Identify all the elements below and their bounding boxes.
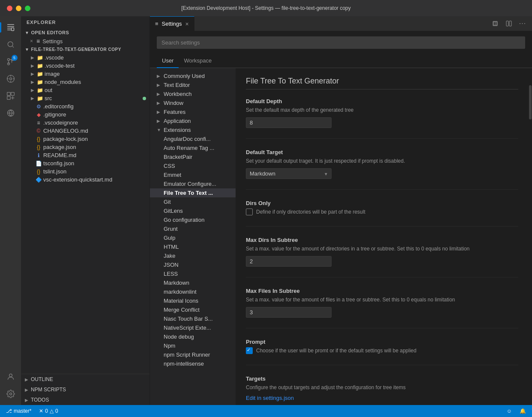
settings-tab[interactable]: ≡ Settings × [150,16,194,31]
settings-tree-material-icons[interactable]: Material Icons [150,296,236,305]
arrow-icon: ▶ [157,101,162,105]
default-target-select[interactable]: Markdown Text JSON HTML [246,168,332,179]
settings-tab-icon: ≡ [155,21,158,27]
split-editor-button[interactable] [489,18,501,30]
scrollbar-thumb[interactable] [529,85,532,119]
max-dirs-input[interactable] [246,256,332,267]
status-branch[interactable]: ⎇ master* [4,408,33,414]
max-files-input[interactable] [246,307,332,318]
layout-button[interactable] [503,18,515,30]
arrow-icon: ▶ [30,63,35,69]
settings-tree-nativescript[interactable]: NativeScript Exte... [150,323,236,332]
settings-tree-window[interactable]: ▶ Window [150,98,236,107]
settings-user-tab[interactable]: User [157,54,179,68]
tree-item-quickstart[interactable]: 🔷 vsc-extension-quickstart.md [21,176,149,184]
tree-item-node-modules[interactable]: ▶ 📁 node_modules [21,78,149,86]
settings-tree-gulp[interactable]: Gulp [150,233,236,242]
sidebar-footer-todos[interactable]: ▶ TODOS [21,395,149,405]
default-depth-input[interactable] [246,117,332,128]
settings-tree-emmet[interactable]: Emmet [150,170,236,179]
settings-tree-application[interactable]: ▶ Application [150,116,236,125]
settings-tree-node-debug[interactable]: Node debug [150,332,236,341]
settings-tree-emulator-config[interactable]: Emulator Configure... [150,179,236,188]
close-button[interactable] [7,6,12,11]
settings-tree-file-tree[interactable]: File Tree To Text ... [150,188,236,197]
activity-explorer-icon[interactable] [3,20,18,35]
project-section[interactable]: ▼ FILE-TREE-TO-TEXT-GENERATOR COPY [21,45,149,54]
sidebar-footer-npm-scripts[interactable]: ▶ NPM SCRIPTS [21,384,149,395]
settings-tree-gitlens[interactable]: GitLens [150,206,236,215]
tree-item-changelog[interactable]: © CHANGELOG.md [21,127,149,135]
more-actions-button[interactable]: ··· [517,18,529,30]
settings-tree-workbench[interactable]: ▶ Workbench [150,89,236,98]
tree-item-tsconfig[interactable]: 📄 tsconfig.json [21,159,149,167]
activity-account-icon[interactable] [3,369,18,384]
maximize-button[interactable] [25,6,30,11]
settings-tree-go-config[interactable]: Go configuration [150,215,236,224]
tree-item-vscode-test[interactable]: ▶ 📁 .vscode-test [21,62,149,70]
settings-tree-commonly-used[interactable]: ▶ Commonly Used [150,71,236,80]
settings-tree-extensions[interactable]: ▼ Extensions [150,125,236,134]
settings-tree-git[interactable]: Git [150,197,236,206]
file-label: .gitignore [43,111,149,118]
prompt-checkbox[interactable] [246,347,253,354]
settings-search-input[interactable] [157,36,525,49]
dirs-only-checkbox[interactable] [246,208,253,215]
settings-tree-merge-conflict[interactable]: Merge Conflict [150,305,236,314]
tree-item-readme[interactable]: ℹ README.md [21,151,149,159]
bell-icon: 🔔 [520,408,526,414]
sidebar-footer-outline[interactable]: ▶ OUTLINE [21,374,149,384]
settings-tree-json[interactable]: JSON [150,260,236,269]
open-editors-section[interactable]: ▼ Open Editors [21,28,149,37]
settings-tree-text-editor[interactable]: ▶ Text Editor [150,80,236,89]
chevron-right-icon: ▶ [25,387,28,392]
tree-item-editorconfig[interactable]: ⚙ .editorconfig [21,102,149,110]
settings-tree-less[interactable]: LESS [150,269,236,278]
settings-tree-css[interactable]: CSS [150,161,236,170]
status-smiley[interactable]: ☺ [505,408,514,414]
activity-extensions-icon[interactable] [3,88,18,104]
minimize-button[interactable] [16,6,21,11]
setting-targets: Targets Configure the output targets and… [246,375,518,405]
settings-tree-grunt[interactable]: Grunt [150,224,236,233]
prompt-row: Choose if the user will be promt or if t… [246,347,518,354]
edit-settings-json-link[interactable]: Edit in settings.json [246,395,294,401]
settings-tree-markdownlint[interactable]: markdownlint [150,287,236,296]
tree-item-out[interactable]: ▶ 📁 out [21,86,149,94]
activity-search-icon[interactable] [3,37,18,52]
settings-tree-auto-rename[interactable]: Auto Rename Tag ... [150,143,236,152]
settings-tree-nasc[interactable]: Nasc Touch Bar S... [150,314,236,323]
settings-tree-features[interactable]: ▶ Features [150,107,236,116]
settings-tree-jake[interactable]: Jake [150,251,236,260]
close-icon[interactable]: × [30,38,33,44]
activity-run-icon[interactable] [3,71,18,86]
arrow-icon: ▶ [30,71,35,77]
tree-item-vscode[interactable]: ▶ 📁 .vscode [21,54,149,62]
settings-tree-bracketpair[interactable]: BracketPair [150,152,236,161]
tree-item-src[interactable]: ▶ 📁 src [21,94,149,102]
close-tab-button[interactable]: × [185,21,189,27]
tree-item-tslint[interactable]: {} tslint.json [21,167,149,176]
settings-workspace-tab[interactable]: Workspace [179,54,217,68]
activity-remote-icon[interactable] [3,105,18,121]
file-type-icon: ≡ [35,120,42,126]
settings-tree-html[interactable]: HTML [150,242,236,251]
settings-tree-npm-intellisense[interactable]: npm-intellisense [150,359,236,368]
svg-point-15 [9,393,12,395]
settings-tree-angulardoc[interactable]: AngularDoc confi... [150,134,236,143]
tree-item-vscodeignore[interactable]: ≡ .vscodeignore [21,119,149,127]
tree-item-package[interactable]: {} package.json [21,143,149,151]
status-bell[interactable]: 🔔 [518,408,528,414]
status-errors[interactable]: ✕ 0 △ 0 [37,408,60,414]
open-editor-settings[interactable]: × ≡ Settings [21,37,149,45]
tree-item-image[interactable]: ▶ 📁 image [21,70,149,78]
activity-settings-icon[interactable] [3,386,18,402]
tree-item-gitignore[interactable]: ◆ .gitignore [21,110,149,119]
warnings-icon: △ [50,408,54,414]
vertical-scrollbar[interactable] [529,68,532,405]
settings-tree-npm[interactable]: Npm [150,341,236,350]
settings-tree-markdown[interactable]: Markdown [150,278,236,287]
tree-item-package-lock[interactable]: {} package-lock.json [21,135,149,143]
settings-tree-npm-script-runner[interactable]: npm Script Runner [150,350,236,359]
activity-source-control-icon[interactable]: 5 [3,54,18,69]
